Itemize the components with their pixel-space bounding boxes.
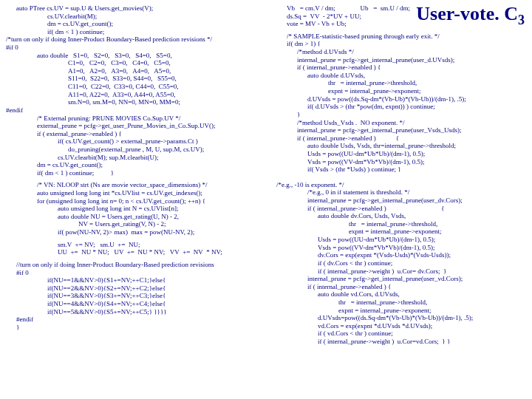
code-line: if ( dv.Cors < thr ) continue; (276, 259, 513, 267)
code-line: /* External pruning: PRUNE MOVIES Co.Sup… (6, 115, 266, 123)
code-line: /*method d.UVsds */ (276, 48, 513, 56)
code-line: sm.N=0, sm.M=0, NN=0, MN=0, MM=0; (6, 98, 266, 106)
code-line: expnt = internal_prune->exponent; (276, 228, 513, 236)
code-line: #if 0 (6, 44, 266, 52)
code-line: dv.Cors = exp(expnt *(Vsds-Usds)*(Vsds-U… (276, 251, 513, 259)
code-line: thr = internal_prune->threshold, (276, 299, 513, 307)
slide-title: User-vote. C3 (416, 3, 525, 28)
code-line: if( d.UVsds > (thr *pow(dm, expnt)) ) co… (276, 103, 513, 111)
code-line: if(NU==1&&NV>0){S1+=NV;++C1;}else{ (6, 276, 266, 284)
code-line: /*turn on only if doing Inner-Product Bo… (6, 35, 266, 44)
code-line: if ( internal_prune->enabled ) { (276, 283, 513, 291)
code-line: if( Vsds > (thr *Usds) ) continue; } (276, 166, 513, 174)
code-line: external_prune = pcfg->get_user_Prune_Mo… (6, 122, 266, 130)
code-right: Vb = cm.V / dm; Ub = sm.U / dm;ds.Sq = V… (276, 4, 513, 346)
code-line: d.UVsds=pow((ds.Sq-dm*(Vb-Ub)*(Vb-Ub))/(… (276, 314, 513, 322)
code-line: d.UVsds = pow((ds.Sq-dm*(Vb-Ub)*(Vb-Ub))… (276, 95, 513, 103)
code-line: expnt = internal_prune->exponent; (276, 307, 513, 315)
code-line: dm = cs.UV.get_count(); (6, 20, 266, 28)
code-line: auto unsigned long long int *cs.UVlist =… (6, 189, 266, 197)
title-sub: 3 (518, 13, 525, 27)
title-main: User-vote. C (416, 3, 518, 24)
code-line: internal_prune = pcfg->get_internal_prun… (276, 197, 513, 205)
code-line: S11=0, S22=0, S33=0, S44=0, S55=0, (6, 75, 266, 83)
code-line: auto PTree cs.UV = sup.U & Users.get_mov… (6, 4, 266, 13)
code-line: Usds = pow((UU-dm*Ub*Ub)/(dm-1), 0.5); (276, 236, 513, 244)
code-line: /* SAMPLE-statistic-based pruning throug… (276, 33, 513, 41)
code-line: NV = Users.get_rating(V, N) - 2; (6, 220, 266, 228)
code-line: cs.UV.clearbit(M); (6, 13, 266, 21)
code-line: //turn on only if doing Inner-Product Bo… (6, 261, 266, 269)
code-line: auto double NU = Users.get_rating(U, N) … (6, 213, 266, 221)
code-line: expnt = internal_prune->exponent; (276, 87, 513, 95)
code-line: if ( external_prune->enabled ) { (6, 130, 266, 138)
code-line: vd.Cors = exp(expnt *d.UVsds *d.UVsds); (276, 322, 513, 330)
code-line: A11=0, A22=0, A33=0, A44=0, A55=0, (6, 91, 266, 99)
code-line: if ( internal_prune->enabled ) { (276, 134, 513, 143)
code-line: if ( internal_prune->weight ) u.Cor= dv.… (276, 267, 513, 276)
code-columns: auto PTree cs.UV = sup.U & Users.get_mov… (6, 4, 526, 346)
code-line: if( pow(NU-NV, 2)> max) max = pow(NU-NV,… (6, 228, 266, 236)
code-line: internal_prune = pcfg->get_internal_prun… (276, 275, 513, 283)
code-line: Vsds = pow((VV-dm*Vb*Vb)/(dm-1), 0.5); (276, 158, 513, 166)
code-line: internal_prune = pcfg->get_internal_prun… (276, 56, 513, 64)
code-line: if( cs.UV.get_count() > external_prune->… (6, 137, 266, 146)
code-line: thr = internal_prune->threshold, (276, 220, 513, 228)
code-line: #if 0 (6, 269, 266, 277)
code-line: /*e.g., -10 is exponent. */ (276, 181, 513, 189)
code-line: UU += NU * NU; UV += NU * NV; VV += NV *… (6, 248, 266, 256)
code-line: /* VN: NLOOP strt (Ns are movie vector_s… (6, 181, 266, 189)
code-line: #endif (6, 316, 266, 324)
code-line: thr = internal_prune->threshold, (276, 79, 513, 87)
code-line: if ( internal_prune->enabled ) { (276, 64, 513, 72)
code-line: if ( internal_prune->weight ) u.Cor=vd.C… (276, 338, 513, 346)
code-line: if( dm > 1) { (276, 40, 513, 48)
code-left: auto PTree cs.UV = sup.U & Users.get_mov… (6, 4, 266, 346)
code-line: if( dm < 1 ) continue; } (6, 169, 266, 177)
code-line: Vsds = pow((VV-dm*Vb*Vb)/(dm-1), 0.5); (276, 244, 513, 252)
code-line: if( dm < 1 ) continue; (6, 28, 266, 36)
code-line: auto double dv.Cors, Usds, Vsds, (276, 212, 513, 220)
code-line: sm.V += NV; sm.U += NU; (6, 241, 266, 249)
code-line: cs.UV.clearbit(M); sup.M.clearbit(U); (6, 154, 266, 162)
code-line: internal_prune = pcfg->get_internal_prun… (276, 126, 513, 134)
code-line: if(NU==2&&NV>0){S2+=NV;++C2;}else{ (6, 284, 266, 293)
code-line: if(NU==3&&NV>0){S3+=NV;++C3;}else{ (6, 292, 266, 300)
code-line: #endif (6, 106, 266, 115)
code-line: Usds = pow((UU-dm*Ub*Ub)/(dm-1), 0.5); (276, 150, 513, 158)
code-line: if(NU==5&&NV>0){S5+=NV;++C5;} }}}} (6, 308, 266, 316)
code-line: if ( vd.Cors < thr ) continue; (276, 330, 513, 338)
code-line: auto double vd.Cors, d.UVsds, (276, 290, 513, 299)
code-line: /*method Usds_Vsds . NO exponent. */ (276, 119, 513, 127)
code-line: auto double S1=0, S2=0, S3=0, S4=0, S5=0… (6, 52, 266, 60)
code-line: do_pruning(external_prune , M, U, sup.M,… (6, 146, 266, 154)
code-line: auto double Usds, Vsds, thr=internal_pru… (276, 142, 513, 150)
code-line: /*e.g., 0 in if statement is threshold. … (276, 188, 513, 197)
code-line: dm = cs.UV.get_count(); (6, 161, 266, 169)
code-line: auto unsigned long long int N = cs.UVlis… (6, 205, 266, 213)
code-line: if ( internal_prune->enabled ) { (276, 205, 513, 213)
code-line: A1=0, A2=0, A3=0, A4=0, A5=0, (6, 67, 266, 75)
code-line: } (276, 111, 513, 119)
code-line: C11=0, C22=0, C33=0, C44=0, C55=0, (6, 83, 266, 91)
code-line: for (unsigned long long int n= 0; n < cs… (6, 197, 266, 205)
code-line: } (6, 324, 266, 332)
code-line: if(NU==4&&NV>0){S4+=NV;++C4;}else{ (6, 300, 266, 308)
code-line: C1=0, C2=0, C3=0, C4=0, C5=0, (6, 59, 266, 67)
code-line: auto double d.UVsds, (276, 72, 513, 80)
